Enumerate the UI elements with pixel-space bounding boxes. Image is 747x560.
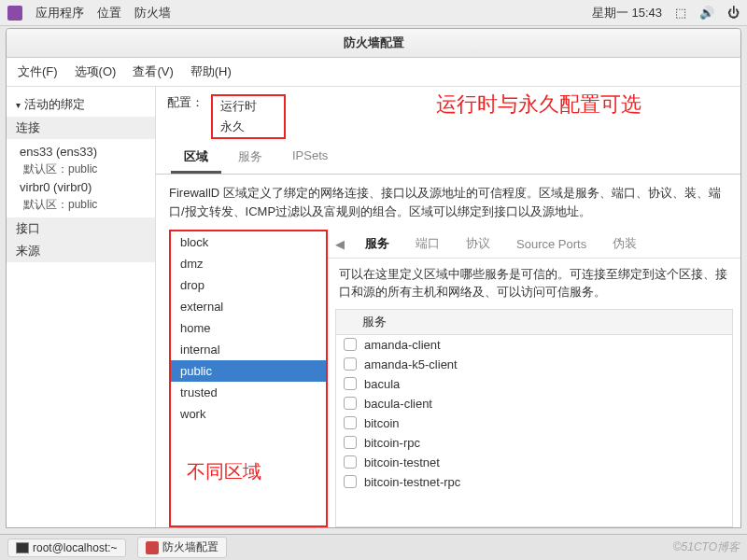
bindings-sidebar: ▾ 活动的绑定 连接 ens33 (ens33) 默认区：public virb… bbox=[7, 87, 156, 527]
volume-icon[interactable]: 🔊 bbox=[699, 6, 714, 20]
checkbox[interactable] bbox=[344, 357, 357, 371]
chevron-down-icon: ▾ bbox=[16, 100, 21, 110]
subtab-ports[interactable]: 端口 bbox=[402, 230, 453, 258]
checkbox[interactable] bbox=[344, 377, 357, 390]
power-icon[interactable]: ⏻ bbox=[727, 6, 740, 20]
taskbar-firewall-app[interactable]: 防火墙配置 bbox=[137, 537, 227, 558]
annotation-zones: 不同区域 bbox=[187, 459, 261, 484]
service-row[interactable]: bacula bbox=[336, 374, 732, 394]
menubar: 文件(F) 选项(O) 查看(V) 帮助(H) bbox=[7, 58, 740, 87]
service-row[interactable]: bitcoin-testnet-rpc bbox=[336, 472, 732, 492]
zone-home[interactable]: home bbox=[171, 317, 326, 339]
terminal-icon bbox=[16, 542, 29, 553]
menu-help[interactable]: 帮助(H) bbox=[190, 63, 232, 80]
checkbox[interactable] bbox=[344, 338, 357, 351]
zone-public[interactable]: public bbox=[171, 360, 326, 382]
menu-file[interactable]: 文件(F) bbox=[18, 63, 58, 80]
zone-trusted[interactable]: trusted bbox=[171, 382, 326, 403]
zone-drop[interactable]: drop bbox=[171, 274, 326, 296]
checkbox[interactable] bbox=[344, 455, 357, 469]
topbar-places[interactable]: 位置 bbox=[97, 5, 121, 21]
zone-description: FirewallD 区域定义了绑定的网络连接、接口以及源地址的可信程度。区域是服… bbox=[156, 175, 740, 230]
system-topbar: 应用程序 位置 防火墙 星期一 15:43 ⬚ 🔊 ⏻ bbox=[0, 0, 747, 26]
network-icon[interactable]: ⬚ bbox=[675, 6, 686, 20]
topbar-apps[interactable]: 应用程序 bbox=[35, 5, 84, 21]
connection-virbr0[interactable]: virbr0 (virbr0) bbox=[7, 178, 155, 196]
clock[interactable]: 星期一 15:43 bbox=[592, 5, 662, 21]
zone-work[interactable]: work bbox=[171, 403, 326, 425]
tab-services[interactable]: 服务 bbox=[225, 143, 275, 174]
annotation-config: 运行时与永久配置可选 bbox=[436, 91, 641, 119]
checkbox[interactable] bbox=[344, 416, 357, 429]
activities-icon[interactable] bbox=[7, 6, 22, 21]
tab-zones[interactable]: 区域 bbox=[171, 143, 221, 174]
taskbar-terminal[interactable]: root@localhost:~ bbox=[7, 539, 126, 557]
connection-virbr0-zone: 默认区：public bbox=[7, 196, 155, 214]
connection-ens33-zone: 默认区：public bbox=[7, 161, 155, 178]
main-tabs: 区域 服务 IPSets bbox=[156, 143, 740, 175]
config-option-runtime[interactable]: 运行时 bbox=[213, 96, 284, 117]
services-column-header: 服务 bbox=[336, 310, 732, 335]
service-row[interactable]: amanda-client bbox=[336, 335, 732, 355]
service-row[interactable]: bitcoin-rpc bbox=[336, 433, 732, 453]
config-mode-dropdown[interactable]: 运行时 永久 bbox=[211, 94, 286, 139]
subtab-scroll-left[interactable]: ◀ bbox=[328, 233, 352, 255]
checkbox[interactable] bbox=[344, 475, 357, 488]
menu-options[interactable]: 选项(O) bbox=[75, 63, 117, 80]
zone-external[interactable]: external bbox=[171, 296, 326, 317]
sources-header: 来源 bbox=[7, 240, 155, 262]
zone-dmz[interactable]: dmz bbox=[171, 253, 326, 274]
menu-view[interactable]: 查看(V) bbox=[133, 63, 173, 80]
topbar-firewall[interactable]: 防火墙 bbox=[134, 5, 171, 21]
subtab-source-ports[interactable]: Source Ports bbox=[503, 231, 599, 257]
subtab-masquerade[interactable]: 伪装 bbox=[599, 230, 650, 258]
services-table: 服务 amanda-client amanda-k5-client bacula… bbox=[335, 309, 733, 528]
zone-subtabs: ◀ 服务 端口 协议 Source Ports 伪装 bbox=[328, 230, 740, 259]
active-bindings-header[interactable]: ▾ 活动的绑定 bbox=[7, 92, 155, 117]
connection-ens33[interactable]: ens33 (ens33) bbox=[7, 143, 155, 161]
checkbox[interactable] bbox=[344, 436, 357, 449]
service-row[interactable]: amanda-k5-client bbox=[336, 355, 732, 374]
zone-internal[interactable]: internal bbox=[171, 339, 326, 360]
tab-ipsets[interactable]: IPSets bbox=[279, 143, 341, 174]
service-row[interactable]: bitcoin bbox=[336, 413, 732, 433]
taskbar: root@localhost:~ 防火墙配置 ©51CTO博客 bbox=[0, 534, 747, 560]
window-title: 防火墙配置 bbox=[7, 29, 740, 58]
service-row[interactable]: bacula-client bbox=[336, 394, 732, 413]
watermark: ©51CTO博客 bbox=[673, 539, 740, 555]
connections-header: 连接 bbox=[7, 117, 155, 139]
checkbox[interactable] bbox=[344, 397, 357, 410]
firewall-icon bbox=[146, 541, 159, 554]
services-description: 可以在这里定义区域中哪些服务是可信的。可连接至绑定到这个区接、接口和源的所有主机… bbox=[328, 259, 740, 309]
config-option-permanent[interactable]: 永久 bbox=[213, 117, 284, 137]
interfaces-header: 接口 bbox=[7, 217, 155, 240]
subtab-protocols[interactable]: 协议 bbox=[453, 230, 503, 258]
zone-block[interactable]: block bbox=[171, 231, 326, 253]
subtab-services[interactable]: 服务 bbox=[352, 230, 402, 258]
firewall-config-window: 防火墙配置 文件(F) 选项(O) 查看(V) 帮助(H) ▾ 活动的绑定 连接… bbox=[6, 28, 741, 528]
service-row[interactable]: bitcoin-testnet bbox=[336, 453, 732, 472]
config-label: 配置： bbox=[167, 94, 204, 111]
